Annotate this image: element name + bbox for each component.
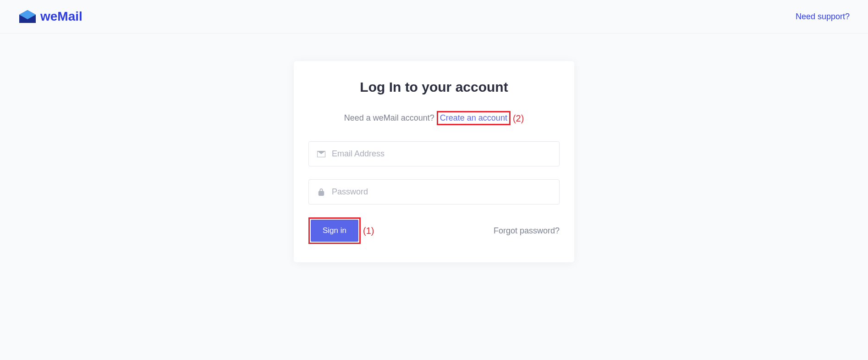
support-link[interactable]: Need support? bbox=[796, 12, 850, 22]
forgot-password-link[interactable]: Forgot password? bbox=[494, 226, 560, 236]
email-icon bbox=[317, 150, 325, 158]
actions-row: Sign in (1) Forgot password? bbox=[308, 217, 560, 244]
email-input-group[interactable] bbox=[308, 141, 560, 166]
password-input-group[interactable] bbox=[308, 179, 560, 205]
create-account-link[interactable]: Create an account bbox=[440, 113, 507, 122]
create-account-highlight: Create an account bbox=[437, 111, 511, 125]
annotation-2: (2) bbox=[513, 113, 524, 123]
password-input[interactable] bbox=[332, 187, 551, 197]
login-title: Log In to your account bbox=[308, 79, 560, 95]
brand-name: weMail bbox=[40, 9, 82, 24]
annotation-1: (1) bbox=[363, 226, 374, 236]
lock-icon bbox=[317, 188, 325, 196]
signin-highlight: Sign in bbox=[308, 217, 361, 244]
brand-logo[interactable]: weMail bbox=[18, 9, 82, 24]
signin-button[interactable]: Sign in bbox=[311, 220, 358, 242]
header: weMail Need support? bbox=[0, 0, 868, 33]
login-card: Log In to your account Need a weMail acc… bbox=[294, 61, 574, 262]
email-input[interactable] bbox=[332, 149, 551, 159]
mail-icon bbox=[18, 9, 37, 24]
main-content: Log In to your account Need a weMail acc… bbox=[0, 33, 868, 262]
need-account-text: Need a weMail account? bbox=[344, 113, 434, 122]
create-account-row: Need a weMail account? Create an account… bbox=[308, 111, 560, 125]
